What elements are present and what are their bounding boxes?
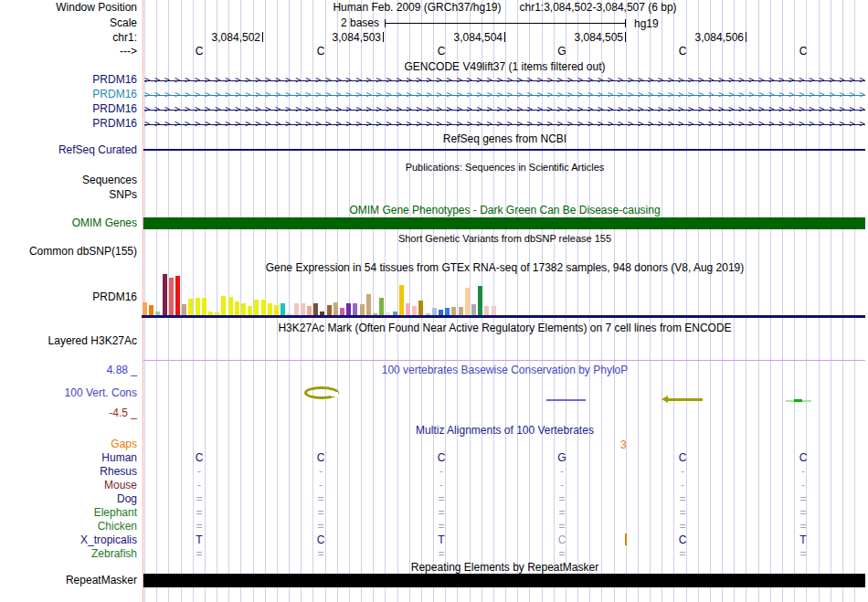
track-label-gtex-prdm16[interactable]: PRDM16 bbox=[0, 291, 137, 303]
transcript-arrow-row[interactable]: >>>>>>>>>>>>>>>>>>>>>>>>>>>>>>>>>>>>>>>>… bbox=[144, 119, 865, 129]
transcript-arrow-row[interactable]: >>>>>>>>>>>>>>>>>>>>>>>>>>>>>>>>>>>>>>>>… bbox=[144, 75, 865, 85]
gtex-expression-bar[interactable] bbox=[301, 303, 305, 315]
gtex-expression-bar[interactable] bbox=[492, 306, 496, 315]
track-label-common-dbsnp[interactable]: Common dbSNP(155) bbox=[0, 246, 137, 258]
scale-bar bbox=[385, 23, 625, 24]
gtex-expression-bar[interactable] bbox=[281, 303, 285, 315]
gtex-expression-bar[interactable] bbox=[412, 306, 417, 315]
gtex-expression-bar[interactable] bbox=[346, 303, 351, 315]
gtex-expression-bar[interactable] bbox=[418, 301, 423, 315]
multiz-aligned-base: = bbox=[405, 521, 478, 533]
multiz-species-label-human[interactable]: Human bbox=[0, 452, 137, 464]
repeatmasker-item[interactable] bbox=[143, 574, 865, 587]
gtex-expression-bar[interactable] bbox=[175, 276, 180, 315]
gtex-expression-bar[interactable] bbox=[182, 304, 186, 315]
gtex-expression-bar[interactable] bbox=[465, 288, 470, 315]
gtex-expression-bar[interactable] bbox=[439, 310, 443, 315]
window-position-title: Human Feb. 2009 (GRCh37/hg19)chr1:3,084,… bbox=[144, 2, 865, 14]
gtex-expression-bar[interactable] bbox=[340, 308, 344, 315]
multiz-species-label-dog[interactable]: Dog bbox=[0, 493, 137, 505]
gtex-expression-bar[interactable] bbox=[406, 303, 410, 315]
track-label-prdm16[interactable]: PRDM16 bbox=[0, 74, 137, 86]
multiz-aligned-base: - bbox=[163, 466, 236, 478]
gtex-expression-bar[interactable] bbox=[366, 294, 371, 315]
gtex-expression-bar[interactable] bbox=[221, 296, 226, 315]
gtex-expression-bar[interactable] bbox=[426, 313, 430, 315]
gtex-expression-bar[interactable] bbox=[432, 308, 437, 315]
multiz-species-label-elephant[interactable]: Elephant bbox=[0, 507, 137, 519]
multiz-aligned-base: = bbox=[525, 548, 598, 560]
gtex-expression-bar[interactable] bbox=[163, 274, 167, 315]
track-label-layered-h3k27ac[interactable]: Layered H3K27Ac bbox=[0, 335, 137, 347]
position-label: 3,084,505 bbox=[550, 32, 623, 44]
track-label-prdm16[interactable]: PRDM16 bbox=[0, 103, 137, 115]
gtex-expression-bar[interactable] bbox=[169, 278, 174, 315]
multiz-aligned-base: = bbox=[525, 493, 598, 505]
reference-base: G bbox=[525, 46, 598, 58]
track-label-omim-genes[interactable]: OMIM Genes bbox=[0, 217, 137, 229]
gtex-expression-bar[interactable] bbox=[399, 285, 404, 315]
multiz-aligned-base: - bbox=[163, 480, 236, 491]
gtex-expression-bar[interactable] bbox=[393, 312, 397, 315]
gtex-expression-bar[interactable] bbox=[451, 307, 456, 315]
reference-base: C bbox=[767, 46, 840, 58]
gtex-expression-bar[interactable] bbox=[241, 303, 246, 315]
gtex-expression-bar[interactable] bbox=[188, 299, 193, 315]
gtex-expression-bar[interactable] bbox=[459, 307, 463, 315]
track-label-sequences[interactable]: Sequences bbox=[0, 174, 137, 186]
gtex-expression-bar[interactable] bbox=[445, 308, 450, 315]
gtex-expression-bar[interactable] bbox=[248, 306, 252, 315]
transcript-arrow-row[interactable]: >>>>>>>>>>>>>>>>>>>>>>>>>>>>>>>>>>>>>>>>… bbox=[144, 90, 865, 100]
multiz-species-label-chicken[interactable]: Chicken bbox=[0, 521, 137, 533]
track-label-100-vert-cons[interactable]: 100 Vert. Cons bbox=[0, 387, 137, 399]
multiz-species-label-x_tropicalis[interactable]: X_tropicalis bbox=[0, 534, 137, 546]
gtex-expression-bar[interactable] bbox=[155, 312, 160, 315]
gtex-expression-bar[interactable] bbox=[235, 301, 239, 315]
multiz-aligned-base: = bbox=[284, 493, 357, 505]
genome-browser-view: Window Position Scale chr1: ---> Human F… bbox=[0, 0, 868, 602]
gtex-expression-bar[interactable] bbox=[313, 303, 318, 315]
multiz-aligned-base: T bbox=[405, 534, 478, 546]
gtex-expression-bar[interactable] bbox=[294, 303, 299, 315]
refseq-gene-item[interactable] bbox=[143, 149, 865, 151]
track-label-refseq-curated[interactable]: RefSeq Curated bbox=[0, 144, 137, 156]
gtex-expression-bar[interactable] bbox=[386, 312, 390, 315]
gtex-expression-bar[interactable] bbox=[274, 305, 279, 315]
position-tick bbox=[746, 32, 746, 42]
position-range-title: chr1:3,084,502-3,084,507 (6 bp) bbox=[519, 1, 676, 14]
gtex-expression-bar[interactable] bbox=[202, 298, 206, 315]
gtex-expression-bar[interactable] bbox=[228, 297, 233, 315]
multiz-aligned-base: T bbox=[163, 534, 236, 546]
track-label-snps[interactable]: SNPs bbox=[0, 189, 137, 201]
gtex-expression-bar[interactable] bbox=[327, 305, 332, 315]
multiz-species-label-rhesus[interactable]: Rhesus bbox=[0, 466, 137, 478]
gtex-expression-bar[interactable] bbox=[268, 303, 272, 315]
gtex-expression-bar[interactable] bbox=[149, 305, 153, 315]
gtex-expression-bar[interactable] bbox=[478, 286, 482, 315]
omim-gene-item[interactable] bbox=[143, 217, 865, 229]
gtex-expression-bar[interactable] bbox=[379, 298, 384, 315]
gtex-expression-bar[interactable] bbox=[208, 312, 213, 315]
gtex-expression-bar[interactable] bbox=[307, 306, 312, 315]
gtex-expression-bar[interactable] bbox=[196, 298, 200, 315]
gtex-expression-bar[interactable] bbox=[254, 300, 259, 315]
gtex-expression-bar[interactable] bbox=[143, 302, 147, 315]
transcript-arrow-row[interactable]: >>>>>>>>>>>>>>>>>>>>>>>>>>>>>>>>>>>>>>>>… bbox=[144, 104, 865, 114]
gtex-expression-bar[interactable] bbox=[353, 303, 357, 315]
track-label-prdm16[interactable]: PRDM16 bbox=[0, 118, 137, 130]
scale-assembly-label: hg19 bbox=[634, 17, 659, 30]
gtex-expression-bar[interactable] bbox=[484, 306, 489, 315]
gtex-expression-bar[interactable] bbox=[471, 304, 476, 315]
track-label-repeatmasker[interactable]: RepeatMasker bbox=[0, 575, 137, 586]
gtex-expression-bar[interactable] bbox=[333, 302, 338, 315]
gtex-expression-bar[interactable] bbox=[215, 312, 219, 315]
gtex-expression-bar[interactable] bbox=[261, 300, 266, 315]
gtex-expression-bar[interactable] bbox=[373, 313, 377, 315]
gtex-expression-bar[interactable] bbox=[287, 313, 291, 315]
gtex-expression-bar[interactable] bbox=[360, 304, 365, 315]
track-label-prdm16[interactable]: PRDM16 bbox=[0, 89, 137, 100]
multiz-species-label-zebrafish[interactable]: Zebrafish bbox=[0, 548, 137, 560]
gtex-expression-bar[interactable] bbox=[320, 312, 324, 315]
multiz-species-label-mouse[interactable]: Mouse bbox=[0, 480, 137, 491]
multiz-species-label-gaps[interactable]: Gaps bbox=[0, 438, 137, 450]
